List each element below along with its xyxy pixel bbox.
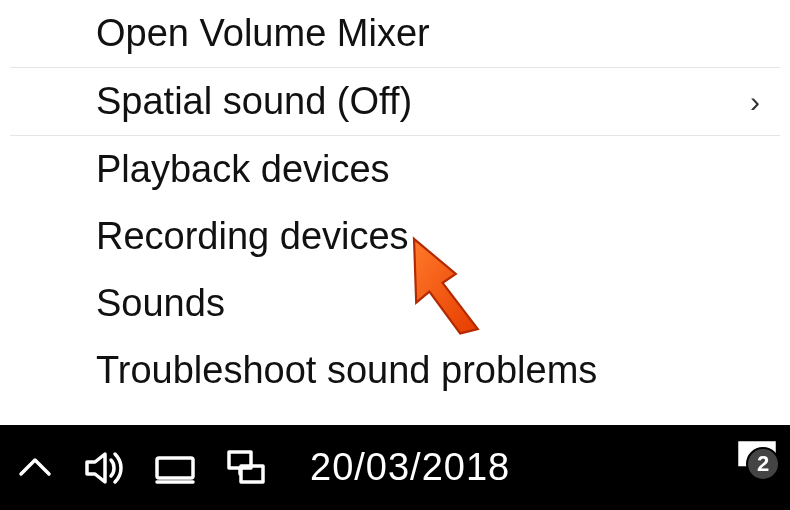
notification-count-badge: 2 <box>746 447 780 481</box>
menu-item-label: Troubleshoot sound problems <box>96 349 597 392</box>
network-icon[interactable] <box>210 425 280 510</box>
menu-item-label: Open Volume Mixer <box>96 12 430 55</box>
menu-item-label: Playback devices <box>96 148 390 191</box>
menu-troubleshoot[interactable]: Troubleshoot sound problems <box>0 337 790 404</box>
menu-item-label: Sounds <box>96 282 225 325</box>
taskbar: 20/03/2018 2 <box>0 425 790 510</box>
tray-overflow-icon[interactable] <box>0 425 70 510</box>
menu-playback-devices[interactable]: Playback devices <box>0 136 790 203</box>
menu-spatial-sound[interactable]: Spatial sound (Off) › <box>0 68 790 135</box>
menu-open-volume-mixer[interactable]: Open Volume Mixer <box>0 0 790 67</box>
volume-icon[interactable] <box>70 425 140 510</box>
keyboard-icon[interactable] <box>140 425 210 510</box>
svg-rect-0 <box>157 458 193 478</box>
menu-item-label: Recording devices <box>96 215 409 258</box>
sound-context-menu: Open Volume Mixer Spatial sound (Off) › … <box>0 0 790 425</box>
chevron-right-icon: › <box>750 85 760 119</box>
menu-item-label: Spatial sound (Off) <box>96 80 412 123</box>
taskbar-date[interactable]: 20/03/2018 <box>310 446 510 489</box>
action-center-icon[interactable]: 2 <box>732 433 782 483</box>
menu-recording-devices[interactable]: Recording devices <box>0 203 790 270</box>
menu-sounds[interactable]: Sounds <box>0 270 790 337</box>
